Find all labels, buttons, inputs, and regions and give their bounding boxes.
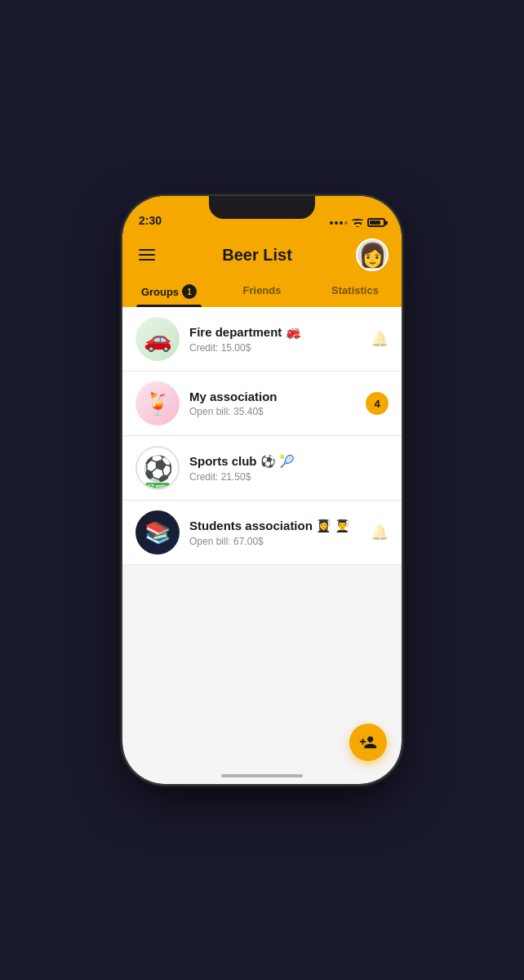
group-info-sports: Sports club ⚽ 🎾 Credit: 21.50$ <box>189 454 361 483</box>
group-name: Students association 👩‍🎓 👨‍🎓 <box>189 519 361 533</box>
group-avatar-association: 🍹 <box>135 381 180 425</box>
group-info-association: My association Open bill: 35.40$ <box>189 390 356 417</box>
status-time: 2:30 <box>139 214 162 227</box>
group-info-fire: Fire department 🚒 Credit: 15.00$ <box>189 325 361 354</box>
list-item[interactable]: 📚 Students association 👩‍🎓 👨‍🎓 Open bill… <box>122 501 402 565</box>
group-sub: Credit: 15.00$ <box>189 342 361 354</box>
wifi-icon <box>352 219 363 227</box>
group-name: Sports club ⚽ 🎾 <box>189 454 361 469</box>
phone-screen: 2:30 <box>122 196 402 784</box>
notch <box>209 196 315 219</box>
group-name: Fire department 🚒 <box>189 325 361 340</box>
group-name: My association <box>189 390 356 403</box>
group-avatar-sports: ⚽ 12 min. <box>135 446 180 490</box>
header: Beer List 👩 <box>122 232 402 271</box>
groups-list: 🚗 Fire department 🚒 Credit: 15.00$ 🔔 🍹 M… <box>122 307 402 565</box>
add-user-icon <box>359 733 377 751</box>
page-title: Beer List <box>222 246 292 265</box>
user-avatar[interactable]: 👩 <box>356 238 389 271</box>
group-info-students: Students association 👩‍🎓 👨‍🎓 Open bill: … <box>189 519 361 547</box>
tab-groups[interactable]: Groups 1 <box>122 278 215 307</box>
list-item[interactable]: 🚗 Fire department 🚒 Credit: 15.00$ 🔔 <box>122 307 402 372</box>
group-sub: Open bill: 67.00$ <box>189 536 361 547</box>
tab-statistics[interactable]: Statistics <box>309 278 402 307</box>
bell-muted-icon[interactable]: 🔔 <box>371 330 389 348</box>
notification-badge[interactable]: 4 <box>366 392 389 415</box>
tab-bar: Groups 1 Friends Statistics <box>122 271 402 307</box>
battery-icon <box>367 218 385 227</box>
home-indicator <box>221 774 303 777</box>
list-item[interactable]: 🍹 My association Open bill: 35.40$ 4 <box>122 372 402 436</box>
groups-badge: 1 <box>182 284 197 299</box>
timer-badge: 12 min. <box>144 483 171 490</box>
menu-button[interactable] <box>135 246 158 264</box>
status-icons <box>330 218 385 227</box>
bell-muted-icon[interactable]: 🔔 <box>371 523 389 541</box>
group-avatar-students: 📚 <box>135 510 180 555</box>
group-avatar-fire: 🚗 <box>135 317 180 361</box>
group-sub: Open bill: 35.40$ <box>189 406 356 417</box>
list-item[interactable]: ⚽ 12 min. Sports club ⚽ 🎾 Credit: 21.50$ <box>122 436 402 501</box>
group-sub: Credit: 21.50$ <box>189 471 361 483</box>
phone-frame: 2:30 <box>122 196 402 784</box>
signal-icon <box>330 221 348 225</box>
add-member-fab[interactable] <box>349 724 387 761</box>
tab-friends[interactable]: Friends <box>215 278 309 307</box>
